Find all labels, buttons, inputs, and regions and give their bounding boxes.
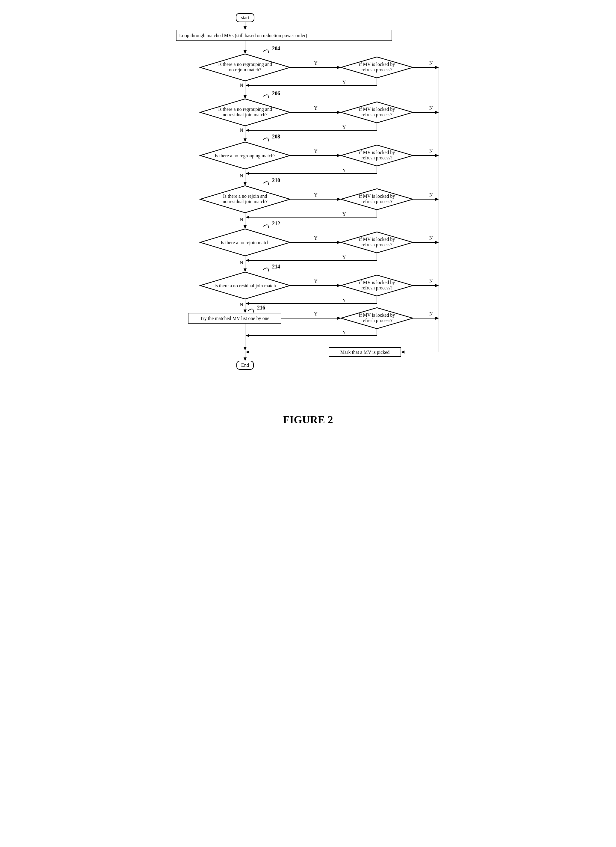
svg-text:N: N bbox=[240, 217, 243, 222]
svg-text:N: N bbox=[240, 173, 243, 178]
svg-text:Y: Y bbox=[314, 60, 318, 66]
locked-206: if MV is locked by refresh process? bbox=[341, 102, 413, 123]
svg-text:Try the matched MV list one by: Try the matched MV list one by one bbox=[200, 316, 269, 321]
svg-text:refresh process?: refresh process? bbox=[361, 242, 393, 248]
svg-text:refresh process?: refresh process? bbox=[361, 318, 393, 323]
locked-204: if MV is locked by refresh process? bbox=[341, 57, 413, 78]
svg-text:Mark that a MV is picked: Mark that a MV is picked bbox=[340, 350, 390, 355]
decision-210: Is there a no rejoin and no residual joi… bbox=[200, 186, 290, 213]
svg-text:start: start bbox=[241, 15, 249, 20]
svg-text:if MV is locked by: if MV is locked by bbox=[359, 280, 395, 285]
decision-208: Is there a no regrouping match? bbox=[200, 142, 290, 169]
svg-text:Y: Y bbox=[343, 255, 346, 260]
svg-text:Y: Y bbox=[314, 105, 318, 111]
svg-text:N: N bbox=[429, 192, 433, 198]
svg-text:no residual join match?: no residual join match? bbox=[223, 112, 267, 117]
svg-text:refresh process?: refresh process? bbox=[361, 155, 393, 161]
decision-214: Is there a no residual join match bbox=[200, 272, 290, 299]
svg-text:N: N bbox=[240, 83, 243, 88]
svg-text:N: N bbox=[429, 149, 433, 154]
svg-text:if MV is locked by: if MV is locked by bbox=[359, 107, 395, 112]
svg-text:no rejoin match?: no rejoin match? bbox=[229, 67, 261, 72]
locked-210: if MV is locked by refresh process? bbox=[341, 189, 413, 210]
svg-text:208: 208 bbox=[272, 134, 280, 140]
svg-text:no residual join match?: no residual join match? bbox=[223, 199, 267, 204]
svg-text:N: N bbox=[429, 60, 433, 66]
svg-text:204: 204 bbox=[272, 46, 280, 52]
svg-text:N: N bbox=[240, 128, 243, 133]
locked-216: if MV is locked by refresh process? bbox=[341, 308, 413, 329]
svg-text:Is there a no rejoin and: Is there a no rejoin and bbox=[223, 193, 267, 199]
svg-text:if MV is locked by: if MV is locked by bbox=[359, 193, 395, 199]
locked-212: if MV is locked by refresh process? bbox=[341, 232, 413, 253]
svg-text:Y: Y bbox=[314, 192, 318, 198]
svg-text:206: 206 bbox=[272, 90, 280, 96]
svg-text:N: N bbox=[240, 260, 243, 265]
decision-206: Is there a no regrouping and no residual… bbox=[200, 99, 290, 126]
svg-text:Is there a no residual join ma: Is there a no residual join match bbox=[214, 283, 276, 289]
svg-text:Is there a no regrouping and: Is there a no regrouping and bbox=[218, 107, 272, 112]
start-node: start bbox=[236, 13, 254, 22]
svg-text:Y: Y bbox=[314, 311, 318, 316]
svg-text:refresh process?: refresh process? bbox=[361, 67, 393, 72]
svg-text:Loop through matched MVs  (sti: Loop through matched MVs (still based on… bbox=[179, 33, 307, 38]
svg-text:Y: Y bbox=[343, 330, 346, 335]
flowchart-diagram: start Loop through matched MVs (still ba… bbox=[161, 12, 455, 401]
svg-text:Y: Y bbox=[343, 211, 346, 217]
svg-text:refresh process?: refresh process? bbox=[361, 112, 393, 117]
svg-text:214: 214 bbox=[272, 264, 280, 270]
decision-204: Is there a no regrouping and no rejoin m… bbox=[200, 54, 290, 81]
svg-text:End: End bbox=[241, 363, 249, 367]
process-216: Try the matched MV list one by one bbox=[188, 313, 281, 323]
mark-process: Mark that a MV is picked bbox=[329, 348, 401, 357]
locked-208: if MV is locked by refresh process? bbox=[341, 145, 413, 166]
svg-text:N: N bbox=[429, 236, 433, 241]
svg-text:Is there a no regrouping match: Is there a no regrouping match? bbox=[214, 153, 275, 158]
svg-text:216: 216 bbox=[257, 305, 265, 311]
svg-text:refresh process?: refresh process? bbox=[361, 285, 393, 291]
svg-text:Y: Y bbox=[314, 279, 318, 284]
svg-text:Y: Y bbox=[314, 236, 318, 241]
decision-212: Is there a no rejoin match bbox=[200, 229, 290, 256]
svg-text:Y: Y bbox=[343, 298, 346, 303]
svg-text:N: N bbox=[429, 279, 433, 284]
svg-text:Y: Y bbox=[343, 168, 346, 173]
svg-text:Y: Y bbox=[343, 125, 346, 130]
loop-process: Loop through matched MVs (still based on… bbox=[176, 30, 392, 41]
svg-text:Y: Y bbox=[314, 149, 318, 154]
svg-text:N: N bbox=[240, 302, 243, 307]
svg-text:N: N bbox=[429, 311, 433, 316]
svg-text:Is there a no regrouping and: Is there a no regrouping and bbox=[218, 62, 272, 67]
figure-caption: FIGURE 2 bbox=[12, 413, 604, 426]
svg-text:Y: Y bbox=[343, 80, 346, 85]
svg-text:if MV is locked by: if MV is locked by bbox=[359, 237, 395, 242]
svg-text:if MV is locked by: if MV is locked by bbox=[359, 150, 395, 155]
end-node: End bbox=[237, 361, 254, 369]
svg-text:N: N bbox=[429, 105, 433, 111]
locked-214: if MV is locked by refresh process? bbox=[341, 275, 413, 296]
svg-text:212: 212 bbox=[272, 220, 280, 227]
svg-text:Is there a no rejoin match: Is there a no rejoin match bbox=[220, 240, 269, 245]
svg-text:if MV is locked by: if MV is locked by bbox=[359, 313, 395, 318]
svg-text:refresh process?: refresh process? bbox=[361, 199, 393, 204]
svg-text:if MV is locked by: if MV is locked by bbox=[359, 62, 395, 67]
svg-text:210: 210 bbox=[272, 177, 280, 183]
